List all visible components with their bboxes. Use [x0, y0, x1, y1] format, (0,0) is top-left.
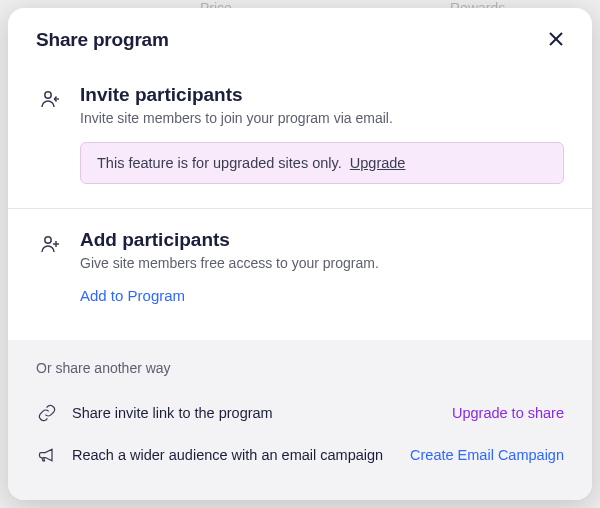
megaphone-icon: [36, 444, 58, 466]
svg-point-2: [45, 92, 51, 98]
modal-header: Share program: [8, 8, 592, 64]
person-invite-icon: [36, 86, 62, 112]
add-subtitle: Give site members free access to your pr…: [80, 255, 564, 271]
share-program-modal: Share program Invite participants Invite…: [8, 8, 592, 500]
modal-title: Share program: [36, 29, 169, 51]
share-link-row: Share invite link to the program Upgrade…: [36, 392, 564, 434]
share-other-heading: Or share another way: [36, 360, 564, 376]
invite-subtitle: Invite site members to join your program…: [80, 110, 564, 126]
add-title: Add participants: [80, 229, 564, 251]
add-section: Add participants Give site members free …: [8, 208, 592, 329]
add-to-program-link[interactable]: Add to Program: [80, 287, 185, 304]
share-link-label: Share invite link to the program: [72, 405, 438, 421]
upgrade-to-share-link[interactable]: Upgrade to share: [452, 405, 564, 421]
email-campaign-label: Reach a wider audience with an email cam…: [72, 447, 396, 463]
create-email-campaign-link[interactable]: Create Email Campaign: [410, 447, 564, 463]
add-body: Add participants Give site members free …: [80, 229, 564, 305]
link-icon: [36, 402, 58, 424]
close-icon: [548, 31, 564, 50]
email-campaign-row: Reach a wider audience with an email cam…: [36, 434, 564, 476]
upgrade-notice-text: This feature is for upgraded sites only.: [97, 155, 342, 171]
invite-body: Invite participants Invite site members …: [80, 84, 564, 184]
close-button[interactable]: [542, 26, 570, 54]
page-backdrop: Price Rewards Share program Invit: [0, 0, 600, 508]
invite-title: Invite participants: [80, 84, 564, 106]
person-add-icon: [36, 231, 62, 257]
share-other-panel: Or share another way Share invite link t…: [8, 340, 592, 500]
upgrade-link[interactable]: Upgrade: [350, 155, 406, 171]
invite-section: Invite participants Invite site members …: [8, 64, 592, 208]
svg-point-3: [45, 237, 51, 243]
upgrade-notice: This feature is for upgraded sites only.…: [80, 142, 564, 184]
